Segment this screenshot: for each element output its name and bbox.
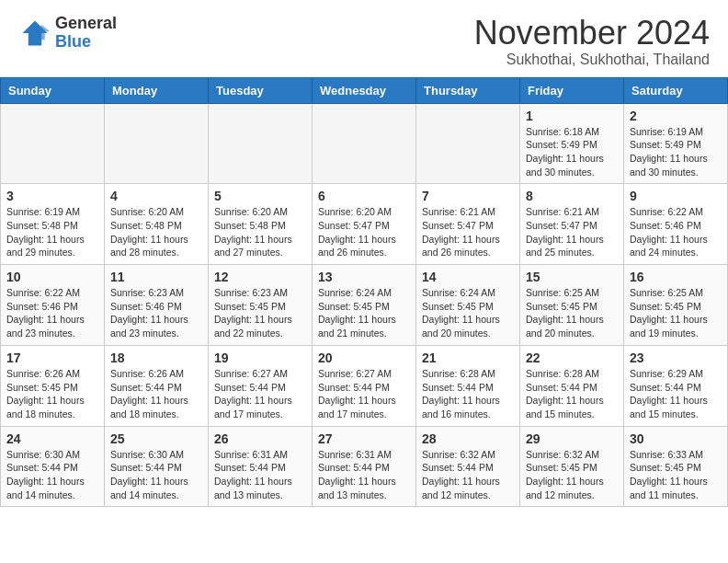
month-title: November 2024 xyxy=(474,15,710,52)
day-number: 2 xyxy=(630,109,722,123)
day-info: Sunrise: 6:26 AMSunset: 5:44 PMDaylight:… xyxy=(110,367,202,421)
calendar-cell: 13Sunrise: 6:24 AMSunset: 5:45 PMDayligh… xyxy=(313,265,416,346)
day-number: 5 xyxy=(214,189,306,203)
day-number: 29 xyxy=(526,431,618,446)
day-number: 22 xyxy=(526,350,618,365)
day-number: 10 xyxy=(6,270,98,284)
calendar-cell: 30Sunrise: 6:33 AMSunset: 5:45 PMDayligh… xyxy=(624,426,728,507)
calendar-cell: 1Sunrise: 6:18 AMSunset: 5:49 PMDaylight… xyxy=(520,103,624,184)
day-number: 30 xyxy=(630,431,722,446)
calendar-week-row: 3Sunrise: 6:19 AMSunset: 5:48 PMDaylight… xyxy=(1,184,728,265)
day-info: Sunrise: 6:22 AMSunset: 5:46 PMDaylight:… xyxy=(630,205,722,259)
column-header-tuesday: Tuesday xyxy=(209,77,313,103)
day-number: 17 xyxy=(6,350,98,365)
calendar-cell: 6Sunrise: 6:20 AMSunset: 5:47 PMDaylight… xyxy=(313,184,416,265)
calendar-week-row: 10Sunrise: 6:22 AMSunset: 5:46 PMDayligh… xyxy=(1,265,728,346)
calendar-cell xyxy=(313,103,416,184)
day-number: 15 xyxy=(526,270,618,284)
calendar-cell: 28Sunrise: 6:32 AMSunset: 5:44 PMDayligh… xyxy=(416,426,520,507)
day-info: Sunrise: 6:33 AMSunset: 5:45 PMDaylight:… xyxy=(630,448,722,502)
calendar-cell: 2Sunrise: 6:19 AMSunset: 5:49 PMDaylight… xyxy=(624,103,728,184)
calendar-week-row: 24Sunrise: 6:30 AMSunset: 5:44 PMDayligh… xyxy=(1,426,728,507)
logo-icon xyxy=(18,17,51,50)
day-info: Sunrise: 6:23 AMSunset: 5:45 PMDaylight:… xyxy=(214,286,306,340)
day-info: Sunrise: 6:23 AMSunset: 5:46 PMDaylight:… xyxy=(110,286,202,340)
calendar-cell xyxy=(105,103,209,184)
day-info: Sunrise: 6:27 AMSunset: 5:44 PMDaylight:… xyxy=(318,367,410,421)
column-header-wednesday: Wednesday xyxy=(313,77,416,103)
column-header-monday: Monday xyxy=(105,77,209,103)
day-info: Sunrise: 6:20 AMSunset: 5:48 PMDaylight:… xyxy=(110,205,202,259)
column-header-saturday: Saturday xyxy=(624,77,728,103)
day-info: Sunrise: 6:30 AMSunset: 5:44 PMDaylight:… xyxy=(6,448,98,502)
calendar-cell xyxy=(209,103,313,184)
day-number: 19 xyxy=(214,350,306,365)
calendar-cell: 17Sunrise: 6:26 AMSunset: 5:45 PMDayligh… xyxy=(1,345,105,426)
title-section: November 2024 Sukhothai, Sukhothai, Thai… xyxy=(474,15,710,68)
day-info: Sunrise: 6:29 AMSunset: 5:44 PMDaylight:… xyxy=(630,367,722,421)
calendar-cell: 26Sunrise: 6:31 AMSunset: 5:44 PMDayligh… xyxy=(209,426,313,507)
day-info: Sunrise: 6:32 AMSunset: 5:45 PMDaylight:… xyxy=(526,448,618,502)
day-info: Sunrise: 6:28 AMSunset: 5:44 PMDaylight:… xyxy=(526,367,618,421)
day-info: Sunrise: 6:24 AMSunset: 5:45 PMDaylight:… xyxy=(422,286,514,340)
day-info: Sunrise: 6:19 AMSunset: 5:49 PMDaylight:… xyxy=(630,125,722,179)
calendar-cell: 14Sunrise: 6:24 AMSunset: 5:45 PMDayligh… xyxy=(416,265,520,346)
calendar-cell: 10Sunrise: 6:22 AMSunset: 5:46 PMDayligh… xyxy=(1,265,105,346)
logo-blue: Blue xyxy=(55,33,117,52)
day-number: 24 xyxy=(6,431,98,446)
column-header-sunday: Sunday xyxy=(1,77,105,103)
day-info: Sunrise: 6:25 AMSunset: 5:45 PMDaylight:… xyxy=(630,286,722,340)
day-info: Sunrise: 6:22 AMSunset: 5:46 PMDaylight:… xyxy=(6,286,98,340)
day-info: Sunrise: 6:31 AMSunset: 5:44 PMDaylight:… xyxy=(318,448,410,502)
logo-general: General xyxy=(55,15,117,33)
calendar-cell: 15Sunrise: 6:25 AMSunset: 5:45 PMDayligh… xyxy=(520,265,624,346)
day-info: Sunrise: 6:30 AMSunset: 5:44 PMDaylight:… xyxy=(110,448,202,502)
calendar-cell: 23Sunrise: 6:29 AMSunset: 5:44 PMDayligh… xyxy=(624,345,728,426)
column-header-friday: Friday xyxy=(520,77,624,103)
day-number: 8 xyxy=(526,189,618,203)
day-info: Sunrise: 6:18 AMSunset: 5:49 PMDaylight:… xyxy=(526,125,618,179)
calendar-cell: 21Sunrise: 6:28 AMSunset: 5:44 PMDayligh… xyxy=(416,345,520,426)
day-number: 18 xyxy=(110,350,202,365)
calendar-cell xyxy=(1,103,105,184)
day-number: 27 xyxy=(318,431,410,446)
day-number: 13 xyxy=(318,270,410,284)
day-number: 11 xyxy=(110,270,202,284)
calendar-cell: 5Sunrise: 6:20 AMSunset: 5:48 PMDaylight… xyxy=(209,184,313,265)
day-number: 28 xyxy=(422,431,514,446)
day-number: 25 xyxy=(110,431,202,446)
calendar-cell: 19Sunrise: 6:27 AMSunset: 5:44 PMDayligh… xyxy=(209,345,313,426)
day-number: 21 xyxy=(422,350,514,365)
day-info: Sunrise: 6:21 AMSunset: 5:47 PMDaylight:… xyxy=(422,205,514,259)
calendar-cell: 27Sunrise: 6:31 AMSunset: 5:44 PMDayligh… xyxy=(313,426,416,507)
day-number: 26 xyxy=(214,431,306,446)
calendar-cell xyxy=(416,103,520,184)
calendar-cell: 12Sunrise: 6:23 AMSunset: 5:45 PMDayligh… xyxy=(209,265,313,346)
calendar-cell: 9Sunrise: 6:22 AMSunset: 5:46 PMDaylight… xyxy=(624,184,728,265)
calendar-week-row: 1Sunrise: 6:18 AMSunset: 5:49 PMDaylight… xyxy=(1,103,728,184)
day-number: 4 xyxy=(110,189,202,203)
calendar-cell: 4Sunrise: 6:20 AMSunset: 5:48 PMDaylight… xyxy=(105,184,209,265)
day-number: 16 xyxy=(630,270,722,284)
calendar-cell: 29Sunrise: 6:32 AMSunset: 5:45 PMDayligh… xyxy=(520,426,624,507)
location-title: Sukhothai, Sukhothai, Thailand xyxy=(474,52,710,68)
column-header-thursday: Thursday xyxy=(416,77,520,103)
logo-text: General Blue xyxy=(55,15,117,52)
calendar-cell: 7Sunrise: 6:21 AMSunset: 5:47 PMDaylight… xyxy=(416,184,520,265)
calendar-cell: 20Sunrise: 6:27 AMSunset: 5:44 PMDayligh… xyxy=(313,345,416,426)
calendar-table: SundayMondayTuesdayWednesdayThursdayFrid… xyxy=(0,77,728,508)
day-number: 9 xyxy=(630,189,722,203)
day-number: 3 xyxy=(6,189,98,203)
calendar-cell: 16Sunrise: 6:25 AMSunset: 5:45 PMDayligh… xyxy=(624,265,728,346)
day-info: Sunrise: 6:25 AMSunset: 5:45 PMDaylight:… xyxy=(526,286,618,340)
day-info: Sunrise: 6:31 AMSunset: 5:44 PMDaylight:… xyxy=(214,448,306,502)
day-number: 14 xyxy=(422,270,514,284)
day-number: 20 xyxy=(318,350,410,365)
day-info: Sunrise: 6:20 AMSunset: 5:47 PMDaylight:… xyxy=(318,205,410,259)
calendar-header-row: SundayMondayTuesdayWednesdayThursdayFrid… xyxy=(1,77,728,103)
day-number: 23 xyxy=(630,350,722,365)
calendar-week-row: 17Sunrise: 6:26 AMSunset: 5:45 PMDayligh… xyxy=(1,345,728,426)
calendar-cell: 11Sunrise: 6:23 AMSunset: 5:46 PMDayligh… xyxy=(105,265,209,346)
day-number: 6 xyxy=(318,189,410,203)
day-info: Sunrise: 6:28 AMSunset: 5:44 PMDaylight:… xyxy=(422,367,514,421)
